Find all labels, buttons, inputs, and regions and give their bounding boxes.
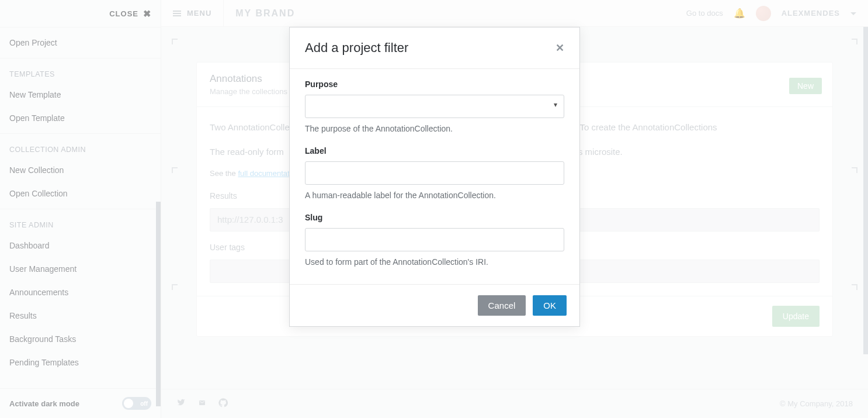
add-project-filter-modal: Add a project filter ✕ Purpose The purpo… xyxy=(289,27,580,327)
cancel-button[interactable]: Cancel xyxy=(478,295,526,316)
sidebar-scrollbar[interactable] xyxy=(156,202,161,406)
topbar: MENU MY BRAND Go to docs 🔔 ALEXMENDES xyxy=(161,0,868,27)
purpose-select[interactable] xyxy=(305,95,564,118)
copyright-text: © My Company, 2018 xyxy=(780,399,853,408)
sidebar-item-new-template[interactable]: New Template xyxy=(0,83,161,106)
slug-label: Slug xyxy=(305,213,564,222)
sidebar-item-open-project[interactable]: Open Project xyxy=(0,31,161,54)
brand-title: MY BRAND xyxy=(235,8,295,19)
crop-corner-icon xyxy=(172,284,178,290)
sidebar: CLOSE ✖ Open Project TEMPLATES New Templ… xyxy=(0,0,161,418)
sidebar-head-site-admin: SITE ADMIN xyxy=(0,213,161,234)
crop-corner-icon xyxy=(852,39,857,44)
slug-help: Used to form part of the AnnotationColle… xyxy=(305,257,564,267)
card-paragraph-2a: The read-only form xyxy=(210,147,284,157)
close-sidebar-button[interactable]: CLOSE ✖ xyxy=(0,0,161,27)
close-label: CLOSE xyxy=(109,9,138,18)
crop-corner-icon xyxy=(852,284,857,290)
main-scrollbar[interactable] xyxy=(863,27,868,354)
sidebar-head-templates: TEMPLATES xyxy=(0,62,161,83)
sidebar-item-results[interactable]: Results xyxy=(0,304,161,327)
update-button[interactable]: Update xyxy=(772,306,820,327)
menu-button[interactable]: MENU xyxy=(173,9,211,18)
twitter-icon[interactable] xyxy=(176,398,186,410)
hamburger-icon xyxy=(173,11,181,16)
crop-corner-icon xyxy=(172,167,178,173)
chevron-down-icon[interactable] xyxy=(850,12,856,18)
crop-corner-icon xyxy=(852,167,857,173)
label-input[interactable] xyxy=(305,161,564,185)
dark-mode-toggle[interactable]: off xyxy=(122,397,151,410)
sidebar-item-background-tasks[interactable]: Background Tasks xyxy=(0,327,161,351)
new-button[interactable]: New xyxy=(789,78,822,94)
ok-button[interactable]: OK xyxy=(533,295,567,316)
sidebar-item-open-template[interactable]: Open Template xyxy=(0,106,161,130)
slug-input[interactable] xyxy=(305,228,564,251)
sidebar-head-collection-admin: COLLECTION ADMIN xyxy=(0,137,161,158)
toggle-state-label: off xyxy=(140,400,148,407)
divider xyxy=(223,0,224,27)
avatar[interactable] xyxy=(756,6,771,21)
sidebar-item-open-collection[interactable]: Open Collection xyxy=(0,182,161,205)
sidebar-item-dashboard[interactable]: Dashboard xyxy=(0,234,161,257)
label-label: Label xyxy=(305,146,564,156)
doc-link-prefix: See the xyxy=(210,169,238,178)
username-label[interactable]: ALEXMENDES xyxy=(782,9,840,18)
close-icon: ✖ xyxy=(143,8,151,19)
mail-icon[interactable] xyxy=(197,398,207,410)
sidebar-item-pending-templates[interactable]: Pending Templates xyxy=(0,351,161,374)
slug-group: Slug Used to form part of the Annotation… xyxy=(305,213,564,267)
modal-title: Add a project filter xyxy=(305,40,408,56)
sidebar-item-new-collection[interactable]: New Collection xyxy=(0,158,161,182)
dark-mode-row: Activate dark mode off xyxy=(0,388,161,418)
toggle-knob-icon xyxy=(124,399,133,408)
label-help: A human-readable label for the Annotatio… xyxy=(305,191,564,200)
sidebar-item-announcements[interactable]: Announcements xyxy=(0,281,161,304)
purpose-group: Purpose The purpose of the AnnotationCol… xyxy=(305,80,564,133)
footer: © My Company, 2018 xyxy=(161,389,868,418)
modal-close-button[interactable]: ✕ xyxy=(555,42,564,54)
menu-label: MENU xyxy=(187,9,211,18)
purpose-label: Purpose xyxy=(305,80,564,89)
bell-icon[interactable]: 🔔 xyxy=(734,8,745,19)
sidebar-item-user-management[interactable]: User Management xyxy=(0,257,161,281)
results-value: http://127.0.0.1:3 xyxy=(217,212,283,227)
dark-mode-label: Activate dark mode xyxy=(9,399,79,408)
label-group: Label A human-readable label for the Ann… xyxy=(305,146,564,200)
go-to-docs-link[interactable]: Go to docs xyxy=(686,9,723,18)
crop-corner-icon xyxy=(172,39,178,44)
github-icon[interactable] xyxy=(218,398,228,410)
purpose-help: The purpose of the AnnotationCollection. xyxy=(305,124,564,133)
